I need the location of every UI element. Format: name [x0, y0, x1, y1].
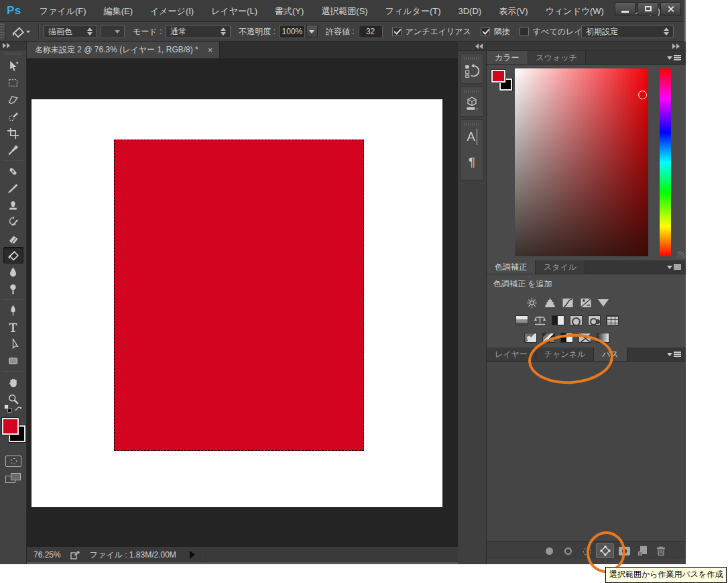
- foreground-color-swatch[interactable]: [2, 418, 19, 435]
- shape-tool[interactable]: [3, 352, 23, 369]
- options-grip[interactable]: [0, 23, 5, 40]
- close-button[interactable]: [660, 2, 681, 15]
- tolerance-input[interactable]: 32: [359, 25, 383, 38]
- menu-view[interactable]: 表示(V): [490, 0, 536, 22]
- load-path-as-selection-icon[interactable]: [583, 547, 591, 555]
- minimize-button[interactable]: [615, 2, 635, 15]
- delete-path-icon[interactable]: [656, 545, 666, 556]
- tab-layers[interactable]: レイヤー: [487, 348, 536, 361]
- tab-styles[interactable]: スタイル: [536, 260, 585, 274]
- color-field-marker[interactable]: [638, 91, 647, 99]
- panel-menu-icon[interactable]: [667, 264, 681, 270]
- adjustment-hue-saturation-icon[interactable]: [515, 315, 528, 325]
- crop-tool[interactable]: [3, 125, 23, 142]
- dodge-tool[interactable]: [3, 280, 23, 297]
- tab-color[interactable]: カラー: [487, 51, 528, 64]
- adjustment-exposure-icon[interactable]: [580, 298, 593, 308]
- adjustment-black-white-icon[interactable]: [552, 315, 564, 325]
- panel-resize-grip[interactable]: [676, 251, 684, 259]
- workspace-preset-select[interactable]: 初期設定: [581, 25, 674, 38]
- stroke-path-icon[interactable]: [564, 547, 572, 555]
- menu-edit[interactable]: 編集(E): [95, 0, 141, 22]
- menu-3d[interactable]: 3D(D): [449, 0, 490, 22]
- menu-image[interactable]: イメージ(I): [141, 0, 202, 22]
- antialias-checkbox[interactable]: アンチエイリアス: [392, 26, 471, 38]
- make-work-path-button[interactable]: [596, 543, 614, 558]
- panel-menu-icon[interactable]: [667, 352, 681, 357]
- adjustment-gradient-map-icon[interactable]: [579, 333, 591, 343]
- status-options-arrow-icon[interactable]: [190, 551, 195, 559]
- document-page[interactable]: [32, 99, 442, 507]
- quick-mask-button[interactable]: [5, 456, 21, 467]
- rectangular-marquee-tool[interactable]: [3, 74, 23, 91]
- adjustment-curves-icon[interactable]: [562, 298, 574, 308]
- adjustment-brightness-contrast-icon[interactable]: [526, 298, 538, 308]
- opacity-dropdown-button[interactable]: [306, 25, 318, 38]
- tab-paths[interactable]: パス: [594, 348, 627, 361]
- paint-bucket-tool[interactable]: [3, 247, 23, 264]
- strip-header[interactable]: [458, 42, 486, 51]
- brush-tool[interactable]: [3, 180, 23, 197]
- eraser-tool[interactable]: [3, 230, 23, 247]
- type-tool[interactable]: [3, 319, 23, 335]
- add-mask-icon[interactable]: [619, 547, 630, 555]
- properties-panel-button[interactable]: [460, 87, 484, 117]
- lasso-tool[interactable]: [3, 91, 23, 108]
- quick-selection-tool[interactable]: [3, 108, 23, 125]
- dock-header[interactable]: [487, 42, 686, 51]
- default-colors-icon[interactable]: [4, 405, 12, 413]
- path-selection-tool[interactable]: [3, 335, 23, 352]
- paths-panel-body[interactable]: [487, 362, 686, 541]
- tool-dropdown-arrow[interactable]: [26, 30, 30, 33]
- paragraph-panel-button[interactable]: ¶: [469, 154, 475, 170]
- adjustment-color-lookup-icon[interactable]: [606, 315, 619, 325]
- create-new-path-icon[interactable]: [638, 546, 647, 555]
- red-fill-selection[interactable]: [114, 140, 364, 451]
- spot-healing-brush-tool[interactable]: [3, 163, 23, 180]
- fill-source-select[interactable]: 描画色: [44, 25, 97, 38]
- panel-menu-icon[interactable]: [667, 55, 681, 60]
- tab-swatches[interactable]: スウォッチ: [528, 51, 586, 64]
- adjustment-posterize-icon[interactable]: [542, 333, 555, 343]
- adjustment-color-balance-icon[interactable]: [534, 315, 546, 325]
- hand-tool[interactable]: [3, 374, 23, 390]
- adjustment-channel-mixer-icon[interactable]: [588, 315, 601, 325]
- tab-adjustments[interactable]: 色調補正: [487, 260, 536, 274]
- adjustment-photo-filter-icon[interactable]: [570, 315, 583, 325]
- export-icon[interactable]: [70, 551, 80, 560]
- zoom-level[interactable]: 76.25%: [34, 550, 61, 560]
- tab-channels[interactable]: チャンネル: [536, 348, 594, 361]
- menu-window[interactable]: ウィンドウ(W): [537, 0, 613, 22]
- history-panel-button[interactable]: [460, 54, 484, 84]
- adjustment-invert-icon[interactable]: [524, 333, 537, 343]
- hue-slider[interactable]: [660, 68, 671, 256]
- clone-stamp-tool[interactable]: [3, 197, 23, 213]
- toolbar-header[interactable]: [0, 42, 26, 50]
- document-tab[interactable]: 名称未設定 2 @ 76.3% (レイヤー 1, RGB/8) * ×: [27, 42, 220, 58]
- tab-close-icon[interactable]: ×: [208, 45, 213, 55]
- maximize-button[interactable]: [638, 2, 658, 15]
- panel-foreground-swatch[interactable]: [491, 70, 505, 83]
- blur-tool[interactable]: [3, 264, 23, 280]
- menu-filter[interactable]: フィルター(T): [377, 0, 450, 22]
- swap-colors-icon[interactable]: [14, 405, 23, 413]
- character-panel-button[interactable]: A: [467, 129, 477, 145]
- move-tool[interactable]: [3, 58, 23, 74]
- adjustment-levels-icon[interactable]: [544, 298, 556, 308]
- menu-layer[interactable]: レイヤー(L): [202, 0, 266, 22]
- pen-tool[interactable]: [3, 302, 23, 319]
- adjustment-threshold-icon[interactable]: [560, 333, 573, 343]
- adjustment-selective-color-icon[interactable]: [597, 333, 609, 343]
- current-tool-button[interactable]: [9, 25, 34, 38]
- contiguous-checkbox[interactable]: 隣接: [481, 26, 510, 38]
- opacity-input[interactable]: 100%: [280, 25, 305, 38]
- color-field[interactable]: [515, 68, 648, 256]
- menu-type[interactable]: 書式(Y): [266, 0, 312, 22]
- pattern-swatch-select[interactable]: [101, 25, 125, 38]
- fill-path-icon[interactable]: [546, 547, 553, 555]
- screen-mode-button[interactable]: [5, 473, 21, 485]
- adjustment-vibrance-icon[interactable]: [598, 299, 609, 307]
- history-brush-tool[interactable]: [3, 213, 23, 230]
- mode-select[interactable]: 通常: [166, 25, 231, 38]
- menu-file[interactable]: ファイル(F): [31, 0, 95, 22]
